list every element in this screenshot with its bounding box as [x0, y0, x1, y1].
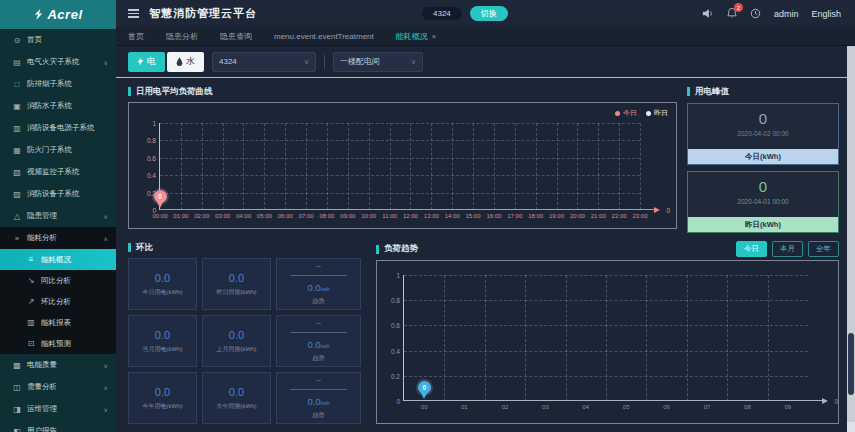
- legend-item-0[interactable]: 今日: [615, 108, 637, 118]
- tab-1[interactable]: 隐患分析: [166, 31, 198, 42]
- sidebar-item-label: 运维管理: [27, 404, 57, 414]
- energy-forecast-icon: ⊡: [26, 339, 36, 348]
- power-quality-icon: ▩: [12, 361, 22, 370]
- x-tick: 23:00: [632, 213, 647, 219]
- range-btn-2[interactable]: 全年: [808, 241, 839, 257]
- x-tick: 09: [784, 404, 791, 410]
- x-tick: 14:00: [445, 213, 460, 219]
- sidebar-item-energy[interactable]: »能耗分析∧: [0, 227, 116, 249]
- gridline-h: [160, 193, 640, 194]
- scrollbar-down-button[interactable]: [847, 422, 855, 432]
- x-tick: 17:00: [507, 213, 522, 219]
- fire-power-icon: ▥: [12, 124, 22, 133]
- gridline-v: [646, 275, 647, 401]
- sidebar-item-fire-water[interactable]: ▣消防水子系统: [0, 95, 116, 117]
- y-tick: 0.4: [147, 172, 156, 179]
- range-btn-1[interactable]: 本月: [772, 241, 803, 257]
- tab-3[interactable]: menu.event.eventTreatment: [274, 32, 374, 41]
- scrollbar-thumb[interactable]: [848, 333, 854, 395]
- vertical-scrollbar[interactable]: [847, 46, 855, 432]
- gridline-v: [640, 123, 641, 210]
- sidebar-item-label: 消防设备子系统: [27, 189, 80, 199]
- language-switch[interactable]: English: [811, 9, 841, 19]
- stat-card-1-0: 0.0当月用电(kWh): [128, 315, 197, 367]
- sidebar-collapse-icon[interactable]: [128, 9, 139, 18]
- sidebar-item-label: 电气火灾子系统: [27, 57, 80, 67]
- sidebar-item-video-monitor[interactable]: ▧视频监控子系统: [0, 161, 116, 183]
- sidebar-item-yoy[interactable]: ↘同比分析: [0, 270, 116, 291]
- volume-icon[interactable]: [702, 8, 714, 19]
- x-tick: 03: [542, 404, 549, 410]
- mom-icon: ↗: [26, 297, 36, 306]
- tab-close-icon[interactable]: ×: [432, 32, 437, 41]
- sidebar-item-energy-overview[interactable]: ≡能耗概况: [0, 249, 116, 270]
- title-accent-bar: [376, 245, 379, 254]
- switch-station-button[interactable]: 切换: [470, 6, 508, 21]
- peak-label: 昨日(kWh): [688, 217, 838, 232]
- gridline-v: [485, 275, 486, 401]
- tab-4[interactable]: 能耗概况×: [396, 31, 437, 42]
- legend-dot: [646, 111, 651, 116]
- trend-direction: --: [316, 376, 321, 383]
- legend-dot: [615, 111, 620, 116]
- yoy-icon: ↘: [26, 276, 36, 285]
- chevron-down-icon: ∨: [104, 362, 108, 369]
- energy-report-icon: ▥: [26, 318, 36, 327]
- sidebar-item-hazard[interactable]: △隐患管理∨: [0, 205, 116, 227]
- x-axis: [160, 209, 654, 210]
- chevron-down-icon: ∨: [104, 59, 108, 66]
- section-title-huanbi: 环比: [128, 242, 366, 253]
- sidebar-item-home[interactable]: ⊙首页: [0, 29, 116, 51]
- peak-label: 今日(kWh): [688, 149, 838, 164]
- tab-label: menu.event.eventTreatment: [274, 32, 374, 41]
- room-select[interactable]: 一楼配电间 ∨: [333, 52, 423, 72]
- sidebar-item-mom[interactable]: ↗环比分析: [0, 291, 116, 312]
- x-tick: 03:00: [215, 213, 230, 219]
- home-icon: ⊙: [12, 36, 22, 45]
- peak-value: 0: [759, 110, 767, 127]
- stat-label: 昨日同期(kWh): [217, 288, 257, 297]
- daily-load-section: 日用电平均负荷曲线 今日昨日 10.80.60.40.2000:0001:000…: [128, 86, 677, 233]
- sidebar-item-power-quality[interactable]: ▩电能质量∨: [0, 354, 116, 376]
- divider: [290, 389, 346, 390]
- x-tick: 04: [582, 404, 589, 410]
- stat-label: 今年用电(kWh): [143, 402, 183, 411]
- x-tick: 07: [704, 404, 711, 410]
- x-tick: 04:00: [236, 213, 251, 219]
- peak-time: 2020-04-01 00:00: [737, 198, 788, 205]
- toggle-electric[interactable]: 电: [128, 52, 165, 72]
- chevron-down-icon: ∨: [104, 406, 108, 413]
- sidebar-item-smoke-exhaust[interactable]: □防排烟子系统: [0, 73, 116, 95]
- x-tick: 02:00: [194, 213, 209, 219]
- station-select[interactable]: 4324 ∨: [212, 52, 316, 72]
- sidebar-item-label: 防排烟子系统: [27, 79, 72, 89]
- sidebar-item-fire-door[interactable]: ▦防火门子系统: [0, 139, 116, 161]
- x-tick: 02: [502, 404, 509, 410]
- sidebar-item-ops[interactable]: ◨运维管理∨: [0, 398, 116, 420]
- toggle-water[interactable]: 水: [167, 52, 204, 72]
- history-clock-icon[interactable]: [750, 8, 761, 19]
- section-title-daily: 日用电平均负荷曲线: [128, 86, 677, 97]
- sidebar-item-label: 用户报告: [27, 426, 57, 432]
- sidebar-item-energy-forecast[interactable]: ⊡能耗预测: [0, 333, 116, 354]
- legend-item-1[interactable]: 昨日: [646, 108, 668, 118]
- section-title-trend: 负荷趋势: [376, 244, 418, 255]
- tab-0[interactable]: 首页: [128, 31, 144, 42]
- sidebar-item-demand[interactable]: ◫需量分析∨: [0, 376, 116, 398]
- notifications-bell[interactable]: 2: [727, 7, 737, 20]
- topbar: 智慧消防管理云平台 4324 切换 2 admin English: [116, 0, 855, 27]
- sidebar-item-label: 视频监控子系统: [27, 167, 80, 177]
- peak-title: 用电峰值: [695, 86, 729, 98]
- x-tick: 05: [623, 404, 630, 410]
- sidebar-item-energy-report[interactable]: ▥能耗报表: [0, 312, 116, 333]
- x-tick: 21:00: [591, 213, 606, 219]
- sidebar-item-fire-device[interactable]: ▨消防设备子系统: [0, 183, 116, 205]
- tab-bar: 首页隐患分析隐患查询menu.event.eventTreatment能耗概况×: [116, 27, 855, 46]
- sidebar-item-electric-fire[interactable]: ▤电气火灾子系统∨: [0, 51, 116, 73]
- tab-2[interactable]: 隐患查询: [220, 31, 252, 42]
- range-btn-0[interactable]: 今日: [736, 241, 767, 257]
- user-menu[interactable]: admin: [774, 9, 799, 19]
- acrel-logo[interactable]: Acrel: [0, 0, 116, 29]
- sidebar-item-user-report[interactable]: ◧用户报告: [0, 420, 116, 432]
- sidebar-item-fire-power[interactable]: ▥消防设备电源子系统: [0, 117, 116, 139]
